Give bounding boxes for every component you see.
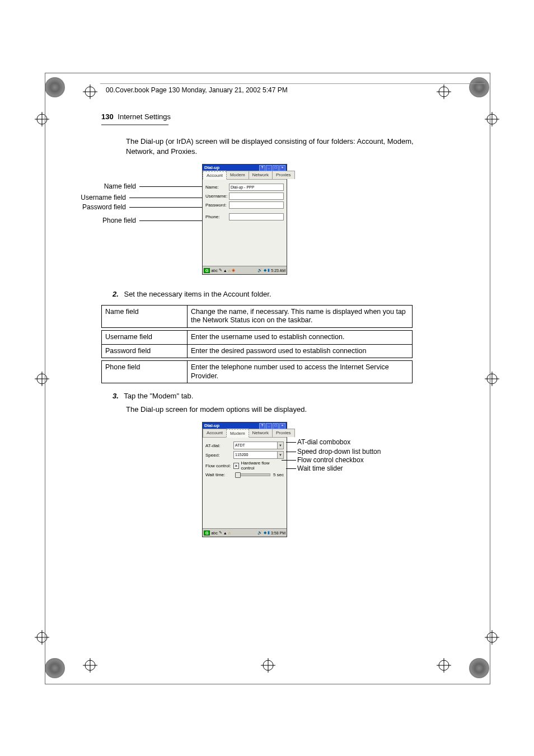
atdial-combobox[interactable]: ATDT: [233, 442, 284, 449]
table-cell-label: Username field: [102, 330, 188, 344]
name-label: Name:: [205, 185, 229, 190]
callout-atdial-label: AT-dial combobox: [297, 438, 350, 446]
taskbar-icon[interactable]: abc: [211, 531, 217, 535]
table-row: Password field Enter the desired passwor…: [102, 344, 413, 358]
battery-icon[interactable]: ▮: [268, 268, 270, 273]
taskbar: G abc ✎ ▲ ⌂ ◉ 🔊 ◆ ▮ 5:23 AM: [203, 266, 287, 274]
battery-icon[interactable]: ▮: [268, 530, 270, 535]
step-2: 2. Set the necessary items in the Accoun…: [113, 289, 443, 299]
tab-modem[interactable]: Modem: [226, 429, 249, 438]
running-header: 00.Cover.book Page 130 Monday, January 2…: [106, 86, 288, 94]
close-button[interactable]: ×: [279, 423, 285, 429]
wait-time-slider[interactable]: [236, 473, 270, 476]
password-input[interactable]: [229, 201, 284, 209]
callout-line: [139, 220, 204, 221]
minimize-button[interactable]: _: [266, 165, 272, 171]
tab-network[interactable]: Network: [249, 171, 273, 179]
table-cell-label: Password field: [102, 344, 188, 358]
table-row: Username field Enter the username used t…: [102, 330, 413, 344]
taskbar-time: 3:58 PM: [271, 531, 285, 535]
step-3: 3. Tap the "Modem" tab.: [113, 391, 443, 401]
speed-label: Speed:: [205, 453, 233, 458]
flow-control-checkbox[interactable]: ✕: [233, 463, 240, 469]
phone-input[interactable]: [229, 213, 284, 220]
tray-icon[interactable]: ◆: [264, 530, 266, 535]
atdial-label: AT-dial:: [205, 443, 233, 448]
table-row: Name field Change the name, if necessary…: [102, 305, 413, 327]
account-screen-diagram: Name field Username field Password field…: [101, 164, 443, 281]
tab-account[interactable]: Account: [203, 429, 227, 437]
start-button[interactable]: G: [204, 530, 210, 536]
dialup-account-window: Dial-up ? _ □ × Account Modem Network Pr…: [202, 164, 287, 275]
home-icon[interactable]: ⌂: [228, 531, 231, 535]
callout-password-label: Password field: [42, 203, 126, 211]
flow-label: Flow control:: [205, 463, 233, 468]
callout-speed-label: Speed drop-down list button: [297, 448, 381, 456]
taskbar: G abc ✎ ▲ ⌂ 🔊 ◆ ▮ 3:58 PM: [203, 528, 287, 537]
step-3-body: The Dial-up screen for modem options wil…: [126, 405, 443, 415]
help-button[interactable]: ?: [259, 165, 265, 171]
window-titlebar: Dial-up ? _ □ ×: [203, 165, 287, 171]
maximize-button[interactable]: □: [273, 423, 279, 429]
callout-line: [286, 442, 296, 443]
callout-phone-label: Phone field: [52, 217, 136, 224]
tab-account[interactable]: Account: [203, 171, 227, 180]
up-icon[interactable]: ▲: [223, 531, 227, 535]
username-label: Username:: [205, 194, 229, 199]
start-button[interactable]: G: [204, 268, 210, 273]
account-fields-table: Name field Change the name, if necessary…: [101, 305, 413, 384]
globe-icon[interactable]: ◉: [232, 268, 235, 273]
callout-name-label: Name field: [52, 182, 136, 190]
tab-network[interactable]: Network: [249, 429, 273, 437]
step-2-number: 2.: [113, 290, 119, 298]
wait-unit: sec: [277, 472, 284, 477]
step-3-number: 3.: [113, 392, 119, 400]
window-title: Dial-up: [204, 165, 219, 170]
tab-modem[interactable]: Modem: [226, 171, 249, 179]
callout-wait-label: Wait time slider: [297, 464, 343, 472]
maximize-button[interactable]: □: [273, 165, 279, 171]
up-icon[interactable]: ▲: [223, 269, 227, 273]
table-cell-label: Phone field: [102, 361, 188, 383]
name-input[interactable]: Dial-up - PPP: [229, 184, 284, 191]
volume-icon[interactable]: 🔊: [257, 530, 263, 535]
table-cell-desc: Enter the username used to establish con…: [188, 330, 413, 344]
volume-icon[interactable]: 🔊: [257, 268, 263, 273]
slider-thumb[interactable]: [235, 472, 241, 478]
taskbar-icon[interactable]: abc: [211, 269, 217, 273]
page-header: 130 Internet Settings: [101, 112, 443, 125]
wait-label: Wait time:: [205, 472, 233, 477]
close-button[interactable]: ×: [279, 165, 285, 171]
tray-icon[interactable]: ◆: [264, 268, 266, 273]
section-title: Internet Settings: [118, 112, 171, 121]
window-title: Dial-up: [204, 423, 219, 428]
flow-control-text: Hardware flow control: [241, 461, 284, 471]
wait-value: 5: [273, 472, 276, 477]
speed-dropdown[interactable]: 115200: [233, 451, 284, 459]
callout-flow-label: Flow control checkbox: [297, 456, 364, 464]
page-number: 130: [101, 112, 114, 121]
phone-label: Phone:: [205, 214, 229, 219]
tab-proxies[interactable]: Proxies: [272, 429, 295, 437]
table-row: Phone field Enter the telephone number u…: [102, 361, 413, 383]
callout-line: [282, 460, 296, 461]
header-rule: [100, 83, 485, 84]
modem-screen-diagram: Dial-up ? _ □ × Account Modem Network Pr…: [101, 422, 443, 545]
callout-username-label: Username field: [42, 194, 126, 201]
taskbar-time: 5:23 AM: [271, 269, 285, 273]
home-icon[interactable]: ⌂: [228, 269, 231, 273]
username-input[interactable]: [229, 192, 284, 200]
table-cell-desc: Enter the telephone number used to acces…: [188, 361, 413, 383]
pen-icon[interactable]: ✎: [219, 530, 222, 535]
table-cell-label: Name field: [102, 305, 188, 327]
callout-line: [129, 198, 204, 198]
tab-proxies[interactable]: Proxies: [272, 171, 295, 179]
header-underline: [101, 124, 168, 125]
dialup-modem-window: Dial-up ? _ □ × Account Modem Network Pr…: [202, 422, 287, 537]
help-button[interactable]: ?: [259, 423, 265, 429]
minimize-button[interactable]: _: [266, 423, 272, 429]
callout-line: [286, 452, 296, 452]
page-frame: 00.Cover.book Page 130 Monday, January 2…: [45, 73, 490, 684]
pen-icon[interactable]: ✎: [219, 268, 222, 273]
window-titlebar: Dial-up ? _ □ ×: [203, 422, 287, 429]
